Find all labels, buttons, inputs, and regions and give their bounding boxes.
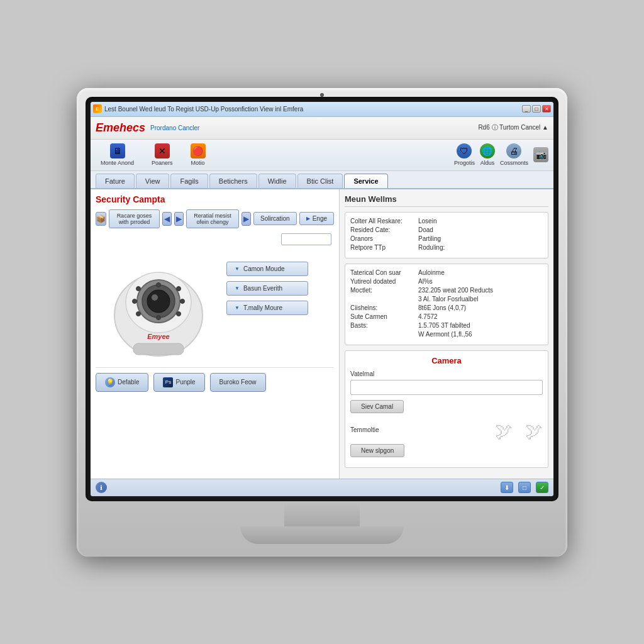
cossmonts-icon: 🖨 xyxy=(506,143,521,158)
input-row xyxy=(96,233,334,245)
arrow-btn-3[interactable]: ▶ xyxy=(242,212,251,226)
tabs-bar: Fature View Fagils Betichers Widlie Btic… xyxy=(91,171,553,189)
toolbar-btn-motio[interactable]: 🔴 Motio xyxy=(186,141,211,169)
camera-section: Camera Vatelmal Siev Camal Temmoltie 🕊 🕊 xyxy=(345,350,548,468)
monitor-stand-neck xyxy=(284,501,360,526)
arrow-left-btn[interactable]: ◀ xyxy=(162,212,172,226)
info-label-10: Basts: xyxy=(350,322,413,329)
maximize-button[interactable]: □ xyxy=(532,105,541,113)
svg-point-8 xyxy=(157,282,161,287)
svg-point-6 xyxy=(152,294,158,301)
tab-btic-clist[interactable]: Btic Clist xyxy=(297,174,343,188)
control-row: 📦 Racare goses with prroded ◀ ▶ Reratial… xyxy=(96,209,334,228)
control-input[interactable] xyxy=(281,233,331,245)
solircation-button[interactable]: Solircation xyxy=(253,212,297,225)
minimize-button[interactable]: _ xyxy=(522,105,531,113)
defable-icon: 💡 xyxy=(105,377,115,387)
info-value-7b: 3 Al. Talor Fosrlualbel xyxy=(418,296,478,303)
bottom-buttons: 💡 Defable Ps Punple Buroko Feow xyxy=(96,367,334,392)
info-label-7: Moctlet: xyxy=(350,287,413,294)
info-row-8: Ciisheins: 8t6E Jons (4,0,7) xyxy=(350,304,543,311)
play-icon: ▶ xyxy=(306,216,310,221)
camera-image-container: Emyee xyxy=(96,249,221,362)
monitor: E Lest Bounel Wed leud To Regist USD-Up … xyxy=(77,88,567,557)
enge-label: Enge xyxy=(313,215,327,222)
racate-button[interactable]: Racare goses with prroded xyxy=(109,209,160,228)
toolbar-label-aldus: Aldus xyxy=(480,160,495,166)
info-value-3: Partiling xyxy=(418,235,441,242)
tmally-moure-btn[interactable]: T.mally Moure xyxy=(226,301,308,315)
info-label-5: Taterical Con suar xyxy=(350,269,413,276)
svg-point-9 xyxy=(177,286,181,291)
camera-area: Emyee Camon Moude Basun Everith T.mally … xyxy=(96,249,334,362)
camon-moude-btn[interactable]: Camon Moude xyxy=(226,262,308,276)
right-panel: Meun Wellms Colter All Reskare: Losein R… xyxy=(340,189,553,479)
status-bar: ℹ ⬇ □ ✓ xyxy=(91,479,553,496)
vatelmal-label: Vatelmal xyxy=(350,370,543,377)
poaners-icon: ✕ xyxy=(155,143,170,158)
info-value-1: Losein xyxy=(418,218,436,225)
info-label-8: Ciisheins: xyxy=(350,304,413,311)
toolbar-btn-progotis[interactable]: 🛡 Progotis xyxy=(454,143,475,166)
info-label-10b xyxy=(350,331,413,338)
siev-camal-button[interactable]: Siev Camal xyxy=(350,400,404,413)
info-value-4: Roduling: xyxy=(418,244,445,251)
monitor-icon: 🖥 xyxy=(110,143,125,158)
info-row-10: Basts: 1.5.705 3T fabilted xyxy=(350,322,543,329)
enge-button[interactable]: ▶ Enge xyxy=(299,212,334,225)
tab-service[interactable]: Service xyxy=(344,174,387,188)
toolbar-btn-extra[interactable]: 📷 xyxy=(533,147,548,162)
reratial-button[interactable]: Reratial mesist ofein chengy xyxy=(186,209,239,228)
defable-button[interactable]: 💡 Defable xyxy=(96,373,148,392)
basun-everith-btn[interactable]: Basun Everith xyxy=(226,281,308,296)
toolbar-label-progotis: Progotis xyxy=(454,160,475,166)
info-value-10: 1.5.705 3T fabilted xyxy=(418,322,470,329)
arrow-right-btn[interactable]: ▶ xyxy=(174,212,184,226)
svg-point-13 xyxy=(136,311,141,316)
app-bar-info: Rd6 ⓘ Turtom Cancel ▲ xyxy=(478,123,548,132)
info-value-6: Al%s xyxy=(418,278,433,285)
info-value-7: 232.205 weat 200 Reducts xyxy=(418,287,493,294)
tab-fagils[interactable]: Fagils xyxy=(170,174,208,188)
info-row-1: Colter All Reskare: Losein xyxy=(350,218,543,225)
status-btn-2[interactable]: □ xyxy=(518,482,531,493)
camera-section-title: Camera xyxy=(350,356,543,365)
svg-point-5 xyxy=(147,290,170,313)
new-slpgon-button[interactable]: New slpgon xyxy=(350,444,404,457)
info-value-10b: W Aermont (1,fl.,56 xyxy=(418,331,472,338)
buroko-button[interactable]: Buroko Feow xyxy=(210,373,266,392)
title-bar-controls: _ □ ✕ xyxy=(522,105,551,113)
svg-point-7 xyxy=(136,286,141,291)
toolbar-btn-aldus[interactable]: 🌐 Aldus xyxy=(480,143,495,166)
app-subtitle: Prordano Cancler xyxy=(150,125,199,131)
extra-icon: 📷 xyxy=(533,147,548,162)
info-row-6: Yutireol dodated Al%s xyxy=(350,278,543,285)
tab-betichers[interactable]: Betichers xyxy=(209,174,257,188)
toolbar-label-cossmonts: Cossmonts xyxy=(500,160,528,166)
info-row-2: Resided Cate: Doad xyxy=(350,226,543,233)
toolbar-btn-poaners[interactable]: ✕ Poaners xyxy=(147,141,178,169)
tab-widlie[interactable]: Widlie xyxy=(258,174,296,188)
status-btn-3[interactable]: ✓ xyxy=(536,482,548,493)
punple-label: Punple xyxy=(175,379,195,386)
main-content: Security Campta 📦 Racare goses with prro… xyxy=(91,189,553,479)
punple-button[interactable]: Ps Punple xyxy=(153,373,204,392)
vatelmal-input[interactable] xyxy=(350,380,543,395)
app-logo: Emehecs xyxy=(96,121,145,135)
info-value-8: 8t6E Jons (4,0,7) xyxy=(418,304,466,311)
toolbar-btn-monitor[interactable]: 🖥 Monte Anond xyxy=(96,141,139,169)
info-row-10b: W Aermont (1,fl.,56 xyxy=(350,331,543,338)
motio-icon: 🔴 xyxy=(191,143,206,158)
tab-view[interactable]: View xyxy=(136,174,170,188)
status-btn-1[interactable]: ⬇ xyxy=(501,482,513,493)
close-button[interactable]: ✕ xyxy=(542,105,551,113)
camera-controls: Camon Moude Basun Everith T.mally Moure xyxy=(226,249,308,362)
app-bar-left: Emehecs Prordano Cancler xyxy=(96,121,199,135)
defable-label: Defable xyxy=(118,379,139,386)
tab-fature[interactable]: Fature xyxy=(96,174,135,188)
toolbar-label-poaners: Poaners xyxy=(152,160,173,166)
info-label-4: Retpore TTp xyxy=(350,244,413,251)
svg-text:Emyee: Emyee xyxy=(147,333,169,340)
svg-point-10 xyxy=(180,299,185,303)
toolbar-btn-cossmonts[interactable]: 🖨 Cossmonts xyxy=(500,143,528,166)
